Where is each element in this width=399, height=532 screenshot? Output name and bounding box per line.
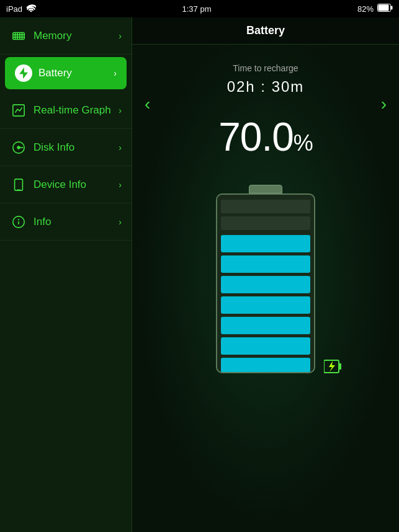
status-left: iPad [6,4,36,14]
sidebar-item-label-disk: Disk Info [34,141,119,154]
sidebar-item-battery[interactable]: Battery › [5,57,127,89]
charging-icon [324,358,346,379]
sidebar-item-label-device: Device Info [34,179,119,191]
status-right: 82% [357,4,393,14]
svg-rect-13 [15,179,23,190]
info-icon [10,213,27,231]
chevron-icon-realtime: › [119,105,122,115]
svg-rect-19 [339,363,341,370]
prev-arrow[interactable]: ‹ [138,88,156,120]
graph-icon [10,102,27,119]
main-content: Battery ‹ › Time to recharge 02h : 30m 7… [132,17,399,532]
empty-section [217,195,314,233]
svg-point-12 [17,146,20,149]
battery-bar-4 [221,296,310,314]
battery-percentage: 70.0% [218,114,313,160]
battery-bar-5 [221,276,310,293]
sidebar-item-label-info: Info [34,216,119,228]
device-label: iPad [6,4,22,14]
battery-bar-3 [221,317,310,334]
sidebar-item-memory[interactable]: Memory › [0,17,132,55]
battery-nav-icon [15,64,32,82]
app-container: Memory › Battery › Real [0,17,399,532]
battery-bar-1 [221,358,310,373]
battery-terminal [249,185,282,193]
battery-body [216,193,315,373]
empty-bar-1 [221,200,310,213]
svg-rect-2 [378,5,388,11]
disk-icon [10,139,27,156]
battery-bar-2 [221,337,310,355]
recharge-time: 02h : 30m [227,78,305,95]
svg-rect-3 [13,32,24,39]
status-bar: iPad 1:37 pm 82% [0,0,399,17]
percent-sign: % [294,130,313,156]
sidebar-item-label-battery: Battery [38,67,114,79]
battery-bar-7 [221,235,310,252]
wifi-icon [26,4,36,14]
chevron-icon-battery: › [114,68,117,78]
sidebar: Memory › Battery › Real [0,17,132,532]
next-arrow[interactable]: › [375,88,393,120]
percentage-value: 70.0 [218,115,294,159]
time-display: 1:37 pm [182,4,212,14]
sidebar-item-device[interactable]: Device Info › [0,166,132,203]
sidebar-item-label-memory: Memory [34,30,119,42]
chevron-icon-info: › [119,217,122,227]
battery-info: Time to recharge 02h : 30m [227,63,305,95]
battery-status-icon [377,4,393,14]
chevron-icon-disk: › [119,143,122,153]
sidebar-item-realtime[interactable]: Real-time Graph › [0,92,132,129]
sidebar-item-info[interactable]: Info › [0,203,132,241]
page-title: Battery [246,24,285,37]
sidebar-item-label-realtime: Real-time Graph [34,104,119,117]
chevron-icon-device: › [119,180,122,190]
content-header: Battery [132,17,399,45]
sidebar-item-disk[interactable]: Disk Info › [0,129,132,166]
recharge-label: Time to recharge [227,63,305,73]
device-icon [10,176,27,193]
battery-bar-6 [221,255,310,273]
svg-rect-1 [391,6,393,10]
filled-section [217,233,314,373]
battery-graphic [216,185,315,373]
memory-icon [10,27,27,45]
battery-percent-status: 82% [357,4,374,14]
chevron-icon-memory: › [119,31,122,41]
empty-bar-2 [221,216,310,230]
